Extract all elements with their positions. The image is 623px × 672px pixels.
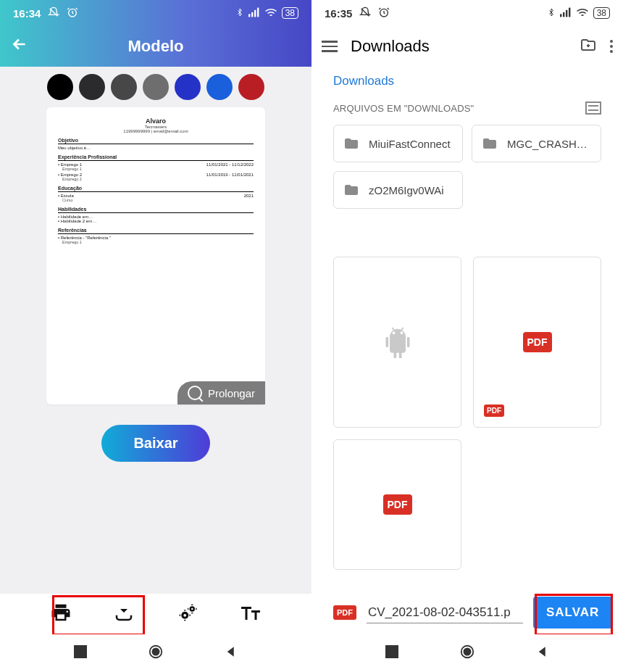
svg-point-8 [191,608,193,610]
status-time: 16:35 [325,7,352,20]
svg-point-17 [392,331,395,334]
pdf-icon: PDF [383,494,412,515]
color-swatch[interactable] [143,74,169,100]
highlight-box [52,595,145,636]
preview-text: Meu objetivo é… [58,146,254,150]
preview-text: Habilidade 2 em… [58,219,254,223]
dnd-icon [359,7,371,20]
preview-text: Emprego 2 [58,177,254,181]
preview-text: 2021 [244,194,254,198]
downloads-header: Downloads [312,26,623,67]
battery-icon: 38 [593,7,610,19]
back-button[interactable] [10,35,29,58]
color-swatch[interactable] [47,74,73,100]
color-swatches [0,67,312,106]
system-nav [0,634,312,672]
svg-rect-19 [385,337,388,348]
folder-item[interactable]: MiuiFastConnect [333,125,463,162]
nav-recent-icon[interactable] [385,645,398,661]
color-swatch[interactable] [79,74,105,100]
svg-point-18 [400,331,403,334]
pdf-icon: PDF [484,405,504,417]
preview-section-h: Referências [58,228,254,234]
svg-rect-21 [385,645,398,658]
battery-icon: 38 [282,7,298,19]
preview-text: 11/01/2019 - 11/01/2021 [206,173,254,177]
preview-text: Emprego 1 [58,167,254,171]
wifi-icon [264,7,277,20]
svg-rect-13 [560,14,561,17]
folder-label: zO2M6Igv0WAi [369,184,444,196]
page-title: Modelo [128,37,184,56]
more-icon[interactable] [610,40,613,53]
svg-rect-16 [569,7,570,17]
status-bar: 16:34 38 [0,0,312,26]
nav-recent-icon[interactable] [74,645,87,661]
svg-rect-1 [248,14,250,17]
breadcrumb[interactable]: Downloads [312,67,623,101]
preview-text: 11/01/2021 - 11/12/2022 [206,162,254,167]
svg-rect-3 [254,9,256,17]
folder-label: MiuiFastConnect [369,138,451,150]
svg-rect-4 [257,7,259,17]
file-tile[interactable]: PDF PDF [473,257,601,428]
alarm-icon [67,7,78,20]
folder-item[interactable]: MGC_CRASH_L… [472,125,601,162]
preview-text: Curso [58,198,254,202]
color-swatch[interactable] [206,74,233,100]
alarm-icon [378,7,390,20]
file-tile[interactable] [333,257,461,428]
svg-rect-20 [406,337,409,348]
file-tile[interactable]: PDF [333,439,461,570]
preview-name: Alvaro [58,117,254,125]
svg-point-6 [183,614,186,617]
svg-rect-15 [566,9,567,17]
settings-icon[interactable] [177,602,198,626]
status-time: 16:34 [13,7,41,20]
menu-icon[interactable] [322,41,338,52]
bluetooth-icon [547,7,556,20]
folder-item[interactable]: zO2M6Igv0WAi [333,171,463,209]
prolongar-label: Prolongar [208,387,255,399]
preview-contact: 11999999999 | email@email.com [58,129,254,133]
nav-back-icon[interactable] [536,645,549,661]
android-icon [382,323,414,361]
preview-text: Emprego 1 [58,240,254,244]
text-size-icon[interactable] [240,602,262,626]
preview-section-h: Habilidades [58,207,254,213]
preview-section-h: Educação [58,186,254,192]
system-nav [312,634,623,672]
baixar-button[interactable]: Baixar [101,425,209,462]
filename-input[interactable] [367,602,523,623]
new-folder-icon[interactable] [580,36,597,57]
page-title: Downloads [351,37,566,56]
pdf-icon: PDF [523,332,552,352]
pdf-icon: PDF [333,605,356,620]
view-toggle-icon[interactable] [585,101,601,115]
svg-rect-14 [563,12,564,17]
preview-section-h: Objetivo [58,138,254,144]
svg-point-23 [464,648,470,655]
status-bar: 16:35 38 [312,0,623,26]
prolongar-button[interactable]: Prolongar [177,381,265,405]
color-swatch[interactable] [111,74,137,100]
svg-rect-9 [74,645,87,658]
color-swatch[interactable] [175,74,201,100]
signal-icon [248,7,260,20]
signal-icon [560,7,572,20]
app-header: Modelo [0,26,312,67]
bluetooth-icon [235,7,244,20]
folder-label: MGC_CRASH_L… [507,138,592,150]
dnd-icon [48,7,59,20]
nav-home-icon[interactable] [459,644,475,663]
svg-rect-2 [251,12,253,17]
wifi-icon [576,7,589,20]
color-swatch[interactable] [238,74,264,100]
resume-preview: Alvaro Tecmasters 11999999999 | email@em… [46,107,265,405]
zoom-icon [188,386,202,400]
nav-home-icon[interactable] [148,644,164,663]
nav-back-icon[interactable] [225,645,238,661]
section-label: ARQUIVOS EM "DOWNLOADS" [333,103,474,114]
highlight-box [535,594,613,636]
svg-point-11 [152,648,159,655]
